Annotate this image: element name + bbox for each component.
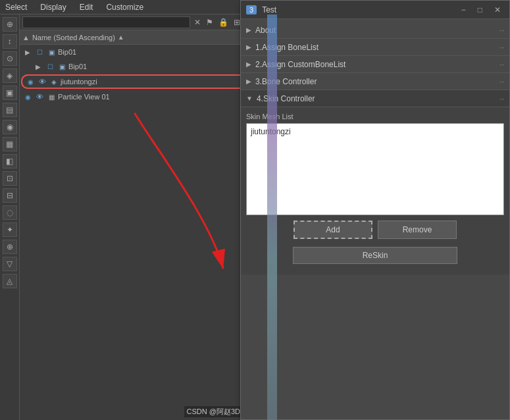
lock-icon[interactable]: 🔒 bbox=[217, 17, 230, 28]
section-skin-controller[interactable]: ▼ 4.Skin Controller ·· bbox=[241, 90, 509, 107]
right-edge-decoration bbox=[267, 14, 277, 420]
scene-item-particle-view[interactable]: ◉ 👁 ▦ Particle View 01 bbox=[20, 90, 256, 104]
dialog-minimize-btn[interactable]: − bbox=[458, 14, 469, 16]
sort-expand-icon: ▲ bbox=[22, 34, 30, 41]
column-name-label: Name (Sorted Ascending) bbox=[32, 34, 115, 41]
side-icon-13[interactable]: ✦ bbox=[3, 223, 17, 237]
side-icon-16[interactable]: ◬ bbox=[3, 274, 17, 288]
dialog-close-btn[interactable]: ✕ bbox=[491, 14, 504, 16]
scene-item-jiutuntongzi[interactable]: ◉ 👁 ◈ jiutuntongzi bbox=[21, 74, 255, 89]
side-icon-11[interactable]: ⊟ bbox=[3, 188, 17, 203]
reskin-button[interactable]: ReSkin bbox=[293, 247, 457, 264]
menu-select[interactable]: Select bbox=[3, 1, 30, 13]
section-dots-bonelist: ·· bbox=[499, 43, 504, 52]
section-assign-custom[interactable]: ▶ 2.Assign CustomBoneList ·· bbox=[241, 56, 509, 73]
vis-icon-bip01-2: ☐ bbox=[45, 61, 55, 72]
expand-icon-bip01-2: ▶ bbox=[33, 61, 43, 72]
section-dots-skincontroller: ·· bbox=[499, 94, 504, 103]
skin-controller-content: Skin Mesh List jiutuntongzi Add Remove R… bbox=[241, 107, 509, 275]
vis-icon-bip01-1: ☐ bbox=[34, 47, 45, 57]
section-arrow-about: ▶ bbox=[246, 26, 251, 34]
type-icon-particle: ▦ bbox=[46, 92, 57, 102]
section-dots-about: ·· bbox=[499, 26, 504, 35]
section-label-bonelist: 1.Assign BoneList bbox=[255, 43, 319, 52]
label-jiutuntongzi: jiutuntongzi bbox=[61, 78, 97, 86]
label-bip01-1: Bip01 bbox=[58, 48, 76, 56]
mesh-item-jiutuntongzi[interactable]: jiutuntongzi bbox=[249, 126, 501, 137]
test-dialog: 3 Test − □ ✕ ▶ About ·· ▶ 1.Assign BoneL… bbox=[240, 14, 510, 420]
side-icon-5[interactable]: ▣ bbox=[3, 86, 17, 100]
section-arrow-bonecontroller: ▶ bbox=[246, 78, 251, 85]
section-arrow-skincontroller: ▼ bbox=[246, 95, 253, 102]
side-icon-14[interactable]: ⊕ bbox=[3, 240, 17, 254]
menu-edit[interactable]: Edit bbox=[77, 1, 96, 13]
search-bar: ✕ ⚑ 🔒 ⊞ ⊟ bbox=[20, 14, 256, 30]
vis-icon-particle: ◉ bbox=[22, 92, 33, 102]
side-icon-1[interactable]: ⊕ bbox=[3, 17, 17, 32]
skin-mesh-list[interactable]: jiutuntongzi bbox=[246, 123, 504, 215]
section-arrow-custom: ▶ bbox=[246, 61, 251, 68]
skin-mesh-list-label: Skin Mesh List bbox=[246, 113, 504, 120]
filter-icon[interactable]: ⚑ bbox=[205, 17, 215, 28]
vis-eye-icon-jiutuntongzi: 👁 bbox=[37, 76, 47, 87]
side-icon-3[interactable]: ⊙ bbox=[3, 51, 17, 66]
clear-search-icon[interactable]: ✕ bbox=[193, 17, 202, 28]
expand-icon-bip01-1: ▶ bbox=[22, 47, 33, 57]
side-icon-6[interactable]: ▤ bbox=[3, 103, 17, 117]
side-icon-12[interactable]: ◌ bbox=[3, 205, 17, 220]
side-icon-4[interactable]: ◈ bbox=[3, 68, 17, 83]
scene-list: ▶ ☐ ▣ Bip01 ▶ ☐ ▣ Bip01 ◉ 👁 ◈ jiutuntong… bbox=[20, 45, 256, 420]
side-icon-8[interactable]: ▦ bbox=[3, 137, 17, 151]
section-assign-bonelist[interactable]: ▶ 1.Assign BoneList ·· bbox=[241, 39, 509, 56]
type-icon-bip01-1: ▣ bbox=[46, 47, 57, 57]
remove-button[interactable]: Remove bbox=[378, 221, 457, 239]
section-label-skincontroller: 4.Skin Controller bbox=[257, 94, 315, 103]
section-dots-bonecontroller: ·· bbox=[499, 77, 504, 86]
menu-customize[interactable]: Customize bbox=[103, 1, 146, 13]
section-label-bonecontroller: 3.Bone Controller bbox=[255, 77, 317, 86]
reskin-row: ReSkin bbox=[246, 244, 504, 269]
menu-display[interactable]: Display bbox=[38, 1, 68, 13]
label-particle: Particle View 01 bbox=[58, 93, 110, 101]
section-arrow-bonelist: ▶ bbox=[246, 43, 251, 51]
search-input[interactable] bbox=[22, 16, 190, 28]
type-icon-jiutuntongzi: ◈ bbox=[49, 76, 59, 87]
dialog-titlebar: 3 Test − □ ✕ bbox=[241, 14, 509, 19]
side-icon-10[interactable]: ⊡ bbox=[3, 171, 17, 186]
side-icon-15[interactable]: ▽ bbox=[3, 257, 17, 271]
section-about[interactable]: ▶ About ·· bbox=[241, 22, 509, 39]
left-panel: ✕ ⚑ 🔒 ⊞ ⊟ ▲ Name (Sorted Ascending) ▲ ▶ … bbox=[20, 14, 257, 420]
section-dots-custom: ·· bbox=[499, 60, 504, 69]
label-bip01-2: Bip01 bbox=[68, 63, 87, 70]
watermark: CSDN @阿赵3D bbox=[184, 406, 243, 417]
side-icon-9[interactable]: ◧ bbox=[3, 154, 17, 169]
dialog-action-buttons: Add Remove bbox=[246, 215, 504, 244]
side-icon-2[interactable]: ↕ bbox=[3, 34, 17, 49]
sort-icon: ▲ bbox=[118, 34, 124, 41]
eye-icon-particle: 👁 bbox=[34, 92, 45, 102]
section-bone-controller[interactable]: ▶ 3.Bone Controller ·· bbox=[241, 73, 509, 90]
dialog-body: ▶ About ·· ▶ 1.Assign BoneList ·· ▶ 2.As… bbox=[241, 19, 509, 419]
scene-item-bip01-1[interactable]: ▶ ☐ ▣ Bip01 bbox=[20, 45, 256, 59]
column-header: ▲ Name (Sorted Ascending) ▲ bbox=[20, 30, 256, 45]
side-icon-7[interactable]: ◉ bbox=[3, 120, 17, 134]
dialog-maximize-btn[interactable]: □ bbox=[474, 14, 486, 16]
left-icon-bar: ⊕ ↕ ⊙ ◈ ▣ ▤ ◉ ▦ ◧ ⊡ ⊟ ◌ ✦ ⊕ ▽ ◬ bbox=[0, 14, 20, 420]
main-area: ⊕ ↕ ⊙ ◈ ▣ ▤ ◉ ▦ ◧ ⊡ ⊟ ◌ ✦ ⊕ ▽ ◬ ✕ ⚑ 🔒 ⊞ … bbox=[0, 14, 510, 420]
eye-icon-jiutuntongzi: ◉ bbox=[25, 76, 36, 87]
add-button[interactable]: Add bbox=[293, 221, 372, 239]
type-icon-bip01-2: ▣ bbox=[57, 61, 67, 72]
scene-item-bip01-2[interactable]: ▶ ☐ ▣ Bip01 bbox=[20, 59, 256, 74]
